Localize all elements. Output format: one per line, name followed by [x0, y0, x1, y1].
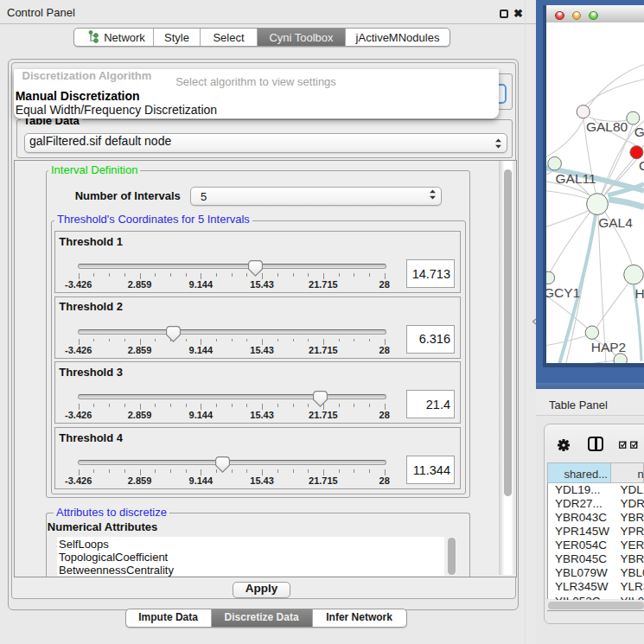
svg-text:HIS7: HIS7	[635, 286, 644, 301]
svg-text:GAL7: GAL7	[634, 124, 644, 139]
svg-text:GAL11: GAL11	[556, 171, 596, 186]
svg-text:HAP2: HAP2	[591, 340, 627, 354]
svg-text:GAL4: GAL4	[598, 215, 633, 230]
svg-text:GCY1: GCY1	[546, 285, 580, 300]
svg-text:GAL80: GAL80	[586, 119, 628, 134]
svg-text:C: C	[639, 158, 644, 173]
